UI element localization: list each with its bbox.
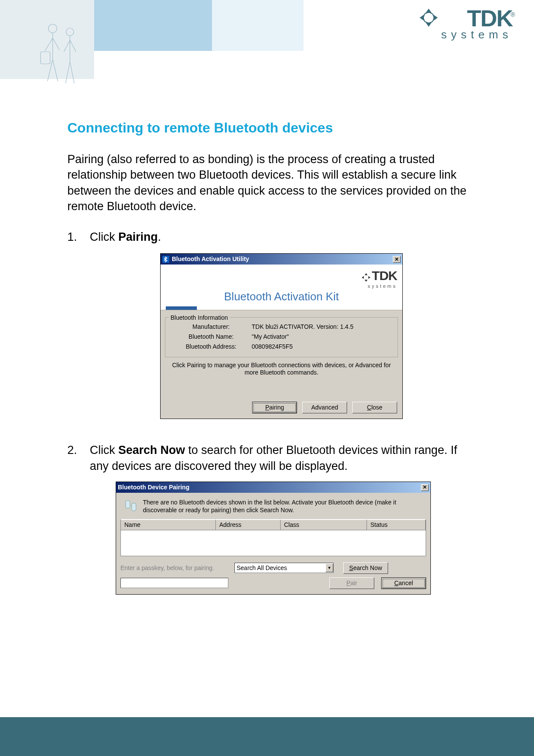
- advanced-button[interactable]: Advanced: [302, 402, 347, 413]
- close-icon[interactable]: ✕: [393, 256, 401, 263]
- cancel-button[interactable]: Cancel: [381, 577, 426, 589]
- svg-marker-7: [423, 12, 434, 23]
- header-lightbox: [212, 0, 303, 51]
- brand-logo: TDK® systems: [344, 8, 517, 41]
- manufacturer-label: Manufacturer:: [171, 323, 252, 331]
- passkey-input[interactable]: [120, 578, 228, 588]
- step1-post: .: [158, 230, 161, 243]
- bluetooth-icon: [162, 256, 169, 263]
- brand-reg: ®: [511, 11, 515, 18]
- close-icon[interactable]: ✕: [421, 484, 429, 491]
- svg-point-0: [48, 24, 57, 33]
- page-title: Connecting to remote Bluetooth devices: [67, 120, 473, 136]
- btname-value: "My Activator": [252, 333, 289, 341]
- fieldset-legend: Bluetooth Information: [169, 314, 230, 322]
- col-address[interactable]: Address: [216, 520, 281, 530]
- dialog1-title: Bluetooth Activation Utility: [172, 255, 249, 263]
- pair-button[interactable]: Pair: [329, 577, 374, 589]
- col-class[interactable]: Class: [281, 520, 367, 530]
- device-pairing-dialog: Bluetooth Device Pairing ✕ There are no …: [116, 482, 431, 595]
- step1-bold: Pairing: [118, 230, 158, 243]
- dialog2-title: Bluetooth Device Pairing: [118, 483, 190, 491]
- dialog1-helper: Click Pairing to manage your Bluetooth c…: [167, 362, 396, 376]
- dialog1-titlebar: Bluetooth Activation Utility ✕: [161, 254, 402, 265]
- btaddr-value: 00809824F5F5: [252, 343, 293, 351]
- manufacturer-value: TDK blu2i ACTIVATOR. Version: 1.4.5: [252, 323, 354, 331]
- svg-marker-9: [365, 273, 368, 275]
- col-status[interactable]: Status: [367, 520, 426, 530]
- svg-rect-1: [41, 52, 50, 64]
- dialog2-titlebar: Bluetooth Device Pairing ✕: [116, 482, 430, 493]
- search-scope-select[interactable]: Search All Devices ▼: [234, 563, 334, 573]
- chevron-down-icon[interactable]: ▼: [325, 564, 333, 572]
- step2-bold: Search Now: [118, 444, 185, 457]
- header-midbox: [94, 0, 212, 51]
- btname-label: Bluetooth Name:: [171, 333, 252, 341]
- col-name[interactable]: Name: [121, 520, 216, 530]
- bluetooth-info-fieldset: Bluetooth Information Manufacturer: TDK …: [165, 317, 398, 357]
- intro-paragraph: Pairing (also referred to as bonding) is…: [67, 151, 473, 214]
- svg-marker-11: [362, 276, 364, 279]
- brand-sub: systems: [441, 28, 517, 41]
- progress-bar: [166, 306, 197, 310]
- page-footer: [0, 717, 534, 756]
- pairing-button[interactable]: Pairing: [252, 402, 297, 413]
- select-value: Search All Devices: [237, 564, 287, 572]
- activation-utility-dialog: Bluetooth Activation Utility ✕ TDK syste…: [160, 253, 403, 419]
- svg-marker-10: [365, 280, 368, 282]
- step-1: Click Pairing. Bluetooth Activation Util…: [90, 229, 473, 432]
- close-button[interactable]: Close: [352, 402, 397, 413]
- dialog1-banner: TDK systems Bluetooth Activation Kit: [161, 265, 402, 310]
- device-list[interactable]: [120, 530, 426, 556]
- people-illustration: [33, 21, 93, 90]
- svg-rect-14: [132, 503, 136, 511]
- step2-pre: Click: [90, 444, 118, 457]
- dialog1-brand: TDK: [372, 268, 397, 283]
- brand-name: TDK: [467, 8, 512, 29]
- dialog1-banner-title: Bluetooth Activation Kit: [166, 289, 397, 307]
- dialog2-message: There are no Bluetooth devices shown in …: [143, 499, 423, 514]
- passkey-hint: Enter a passkey, below, for pairing.: [120, 565, 228, 571]
- diamond-icon: [361, 273, 371, 284]
- search-now-button[interactable]: Search Now: [343, 562, 388, 574]
- step-2: Click Search Now to search for other Blu…: [90, 442, 473, 594]
- svg-point-2: [66, 28, 74, 36]
- diamond-icon: [419, 8, 439, 28]
- svg-rect-13: [126, 501, 130, 508]
- btaddr-label: Bluetooth Address:: [171, 343, 252, 351]
- svg-marker-12: [369, 276, 371, 279]
- devices-icon: [124, 499, 138, 513]
- device-list-header: Name Address Class Status: [120, 519, 426, 530]
- step1-pre: Click: [90, 230, 118, 243]
